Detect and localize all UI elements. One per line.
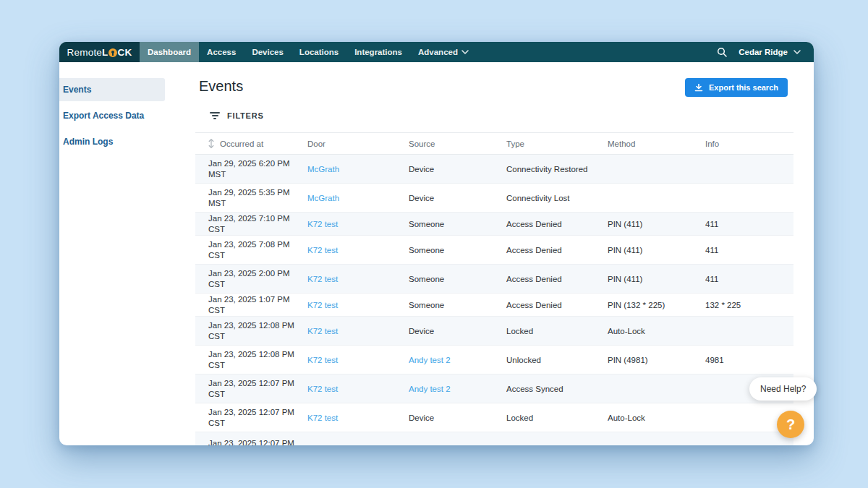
info-cell: 411 <box>705 275 793 283</box>
remotelock-logo: RemoteLCK <box>59 42 140 62</box>
table-row: Jan 29, 2025 5:35 PMMSTMcGrathDeviceConn… <box>195 184 793 213</box>
door-link[interactable]: K72 test <box>307 301 338 309</box>
top-navbar: RemoteLCK DashboardAccessDevicesLocation… <box>59 42 814 62</box>
door-link[interactable]: K72 test <box>307 220 338 228</box>
info-cell: 411 <box>705 246 793 254</box>
sort-icon[interactable] <box>207 138 216 149</box>
sidebar-item-events[interactable]: Events <box>59 78 165 101</box>
occurred-at-cell: Jan 23, 2025 1:07 PM CST <box>195 294 307 316</box>
occurred-at-cell: Jan 29, 2025 5:35 PMMST <box>195 187 307 209</box>
page-title: Events <box>199 78 243 95</box>
source-link[interactable]: Andy test 2 <box>409 385 451 393</box>
door-cell: McGrath <box>307 165 409 174</box>
sidebar-item-export-access-data[interactable]: Export Access Data <box>59 104 165 127</box>
column-header-info[interactable]: Info <box>705 140 793 148</box>
source-cell: Device <box>409 194 506 202</box>
column-header-type[interactable]: Type <box>506 140 608 148</box>
occurred-at-cell: Jan 23, 2025 12:07 PMCST <box>195 407 307 429</box>
nav-item-label: Integrations <box>354 48 402 56</box>
logo-text-l: L <box>102 47 108 58</box>
source-text: Someone <box>409 275 444 283</box>
door-link[interactable]: K72 test <box>307 414 338 422</box>
nav-right: Cedar Ridge <box>717 42 814 62</box>
occurred-at-line2: CST <box>208 331 307 342</box>
table-row: Jan 23, 2025 7:10 PM CSTK72 testSomeoneA… <box>195 213 793 236</box>
column-header-door[interactable]: Door <box>307 140 409 148</box>
filters-toggle[interactable]: FILTERS <box>210 111 814 120</box>
table-row: Jan 23, 2025 7:08 PMCSTK72 testSomeoneAc… <box>195 236 793 265</box>
door-link[interactable]: K72 test <box>307 327 338 335</box>
door-cell: K72 test <box>307 385 409 393</box>
method-cell: PIN (411) <box>608 246 705 254</box>
body-row: EventsExport Access DataAdmin Logs Event… <box>59 62 814 445</box>
type-cell: Locked <box>506 327 608 335</box>
door-link[interactable]: McGrath <box>307 165 339 174</box>
door-cell: McGrath <box>307 194 409 202</box>
source-link[interactable]: Andy test 2 <box>409 356 451 364</box>
type-cell: Access Denied <box>506 275 608 283</box>
table-row: Jan 23, 2025 2:00 PMCSTK72 testSomeoneAc… <box>195 265 793 294</box>
column-header-method[interactable]: Method <box>608 140 705 148</box>
nav-item-label: Devices <box>252 48 283 56</box>
type-cell: Access Denied <box>506 246 608 254</box>
occurred-at-line1: Jan 23, 2025 7:08 PM <box>208 239 307 250</box>
nav-item-integrations[interactable]: Integrations <box>346 42 410 62</box>
export-button-label: Export this search <box>709 83 778 92</box>
nav-item-access[interactable]: Access <box>199 42 244 62</box>
door-link[interactable]: K72 test <box>307 246 338 254</box>
source-text: Device <box>409 327 434 335</box>
column-header-label: Method <box>608 140 635 148</box>
nav-item-advanced[interactable]: Advanced <box>410 42 477 62</box>
logo-text-ck: CK <box>118 47 132 58</box>
door-link[interactable]: K72 test <box>307 356 338 364</box>
nav-item-label: Advanced <box>418 48 458 56</box>
occurred-at-cell: Jan 29, 2025 6:20 PMMST <box>195 158 307 180</box>
method-cell: PIN (411) <box>608 275 705 283</box>
column-header-occurred-at[interactable]: Occurred at <box>195 138 307 149</box>
column-header-label: Type <box>506 140 524 148</box>
door-cell: K72 test <box>307 356 409 364</box>
nav-item-dashboard[interactable]: Dashboard <box>140 42 199 62</box>
source-cell: Device <box>409 165 506 174</box>
door-link[interactable]: McGrath <box>307 194 339 202</box>
help-button[interactable]: ? <box>777 411 804 438</box>
account-switcher[interactable]: Cedar Ridge <box>739 48 801 56</box>
source-cell: Andy test 2 <box>409 356 506 364</box>
download-icon <box>694 83 703 92</box>
door-link[interactable]: K72 test <box>307 275 338 283</box>
type-cell: Access Denied <box>506 220 608 228</box>
account-name: Cedar Ridge <box>739 48 788 56</box>
door-cell: K72 test <box>307 275 409 283</box>
door-link[interactable]: K72 test <box>307 385 338 393</box>
table-row: Jan 23, 2025 12:07 PMCSTK72 testDeviceLo… <box>195 403 793 432</box>
occurred-at-line2: MST <box>208 169 307 180</box>
occurred-at-line2: CST <box>208 360 307 371</box>
column-header-source[interactable]: Source <box>409 140 506 148</box>
table-row: Jan 23, 2025 1:07 PM CSTK72 testSomeoneA… <box>195 294 793 317</box>
occurred-at-line1: Jan 23, 2025 12:08 PM <box>208 320 307 331</box>
app-window: RemoteLCK DashboardAccessDevicesLocation… <box>59 42 814 445</box>
search-icon[interactable] <box>717 47 727 57</box>
main-content: Events Export this search FILTERS Occurr… <box>187 62 814 445</box>
type-cell: Unlocked <box>506 356 608 364</box>
type-cell: Connectivity Restored <box>506 165 608 174</box>
source-cell: Someone <box>409 275 506 283</box>
nav-item-locations[interactable]: Locations <box>292 42 346 62</box>
door-cell: K72 test <box>307 301 409 309</box>
occurred-at-cell: Jan 23, 2025 12:07 PM <box>195 438 307 445</box>
export-button[interactable]: Export this search <box>685 78 788 97</box>
sidebar-item-admin-logs[interactable]: Admin Logs <box>59 130 165 153</box>
source-text: Someone <box>409 301 444 309</box>
nav-item-label: Access <box>207 48 236 56</box>
table-row: Jan 23, 2025 12:08 PMCSTK72 testDeviceLo… <box>195 317 793 346</box>
method-cell: PIN (411) <box>608 220 705 228</box>
source-cell: Andy test 2 <box>409 385 506 393</box>
nav-item-devices[interactable]: Devices <box>244 42 291 62</box>
chevron-down-icon <box>461 50 469 54</box>
source-text: Someone <box>409 246 444 254</box>
occurred-at-line1: Jan 23, 2025 12:07 PM <box>208 438 307 445</box>
info-cell: 4981 <box>705 356 793 364</box>
occurred-at-cell: Jan 23, 2025 7:08 PMCST <box>195 239 307 261</box>
table-row: Jan 23, 2025 12:07 PM <box>195 432 793 445</box>
column-header-label: Source <box>409 140 435 148</box>
